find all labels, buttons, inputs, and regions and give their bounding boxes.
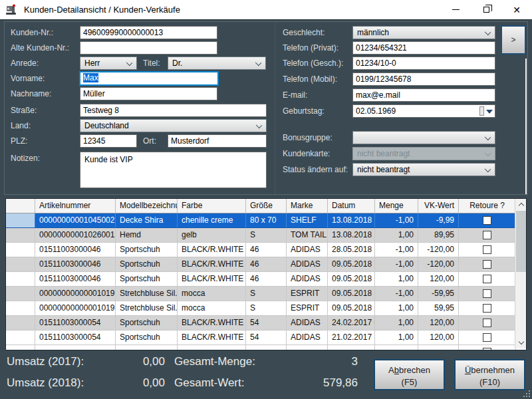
spinner-grip-icon[interactable] <box>479 106 484 116</box>
vertical-scrollbar[interactable] <box>515 199 526 348</box>
telefon-privat-label: Telefon (Privat): <box>283 43 338 53</box>
abbrechen-button[interactable]: Abbrechen (F5) <box>374 359 445 390</box>
calendar-dropdown-icon[interactable] <box>486 110 493 114</box>
row-selector-cell[interactable] <box>6 213 35 228</box>
cell-menge: -1,00 <box>375 213 418 228</box>
cell-retoure <box>459 301 516 316</box>
col-header-selector[interactable] <box>6 199 35 213</box>
titel-select[interactable]: Dr. <box>168 57 266 70</box>
retoure-checkbox[interactable] <box>483 319 491 327</box>
notizen-label: Notizen: <box>11 154 40 163</box>
cell-farbe: BLACK/R.WHITE <box>178 257 246 272</box>
chevron-down-icon <box>256 122 262 128</box>
col-header-modellbezeichnung[interactable]: Modellbezeichnun <box>116 199 178 213</box>
col-header-marke[interactable]: Marke <box>287 199 328 213</box>
cell-marke: ESPRIT <box>287 287 328 301</box>
table-row[interactable]: 01511003000046 Sportschuh BLACK/R.WHITE … <box>6 243 516 257</box>
row-selector-cell[interactable] <box>6 272 35 287</box>
table-row[interactable]: 00000000000001019 Stretchbluse Sil... mo… <box>6 301 516 316</box>
bonusgruppe-select[interactable] <box>352 131 495 144</box>
row-selector-cell[interactable] <box>6 301 35 316</box>
telefon-mobil-input[interactable] <box>352 72 495 86</box>
table-row[interactable]: 00000000001026001 Hemd gelb S TOM TAIL 1… <box>6 228 516 243</box>
table-row[interactable]: 01511003000054 Sportschuh BLACK/R.WHITE … <box>6 331 516 345</box>
row-selector-cell[interactable] <box>6 316 35 331</box>
geschlecht-select[interactable]: männlich <box>352 26 495 39</box>
cell-datum: 28.05.2018 1... <box>328 243 375 257</box>
cell-farbe: mocca <box>178 287 246 301</box>
row-selector-cell[interactable] <box>6 228 35 243</box>
table-row[interactable]: 01511003000046 Sportschuh BLACK/R.WHITE … <box>6 272 516 287</box>
notizen-textarea[interactable]: Kunde ist VIP <box>80 152 267 188</box>
row-selector-cell[interactable] <box>6 287 35 301</box>
strasse-input[interactable] <box>80 104 267 117</box>
cell-artikelnummer: 01511003000046 <box>35 257 116 272</box>
cell-modellbezeichnung: Sportschuh <box>116 272 178 287</box>
retoure-checkbox[interactable] <box>483 216 491 225</box>
cell-vk-wert: -120,00 <box>418 257 459 272</box>
col-header-artikelnummer[interactable]: Artikelnummer <box>35 199 116 213</box>
land-select[interactable]: Deutschland <box>80 119 267 132</box>
chevron-down-icon <box>485 150 491 156</box>
col-header-farbe[interactable]: Farbe <box>178 199 246 213</box>
cell-groesse: 46 <box>246 272 287 287</box>
cell-farbe: gelb <box>178 228 246 243</box>
scroll-up-icon[interactable] <box>515 199 527 210</box>
retoure-checkbox[interactable] <box>483 275 491 283</box>
telefon-privat-input[interactable] <box>352 41 495 55</box>
retoure-checkbox[interactable] <box>483 333 491 342</box>
telefon-gesch-input[interactable] <box>352 57 495 70</box>
cell-artikelnummer: 01511003000054 <box>35 316 116 331</box>
scroll-down-icon[interactable] <box>515 337 527 348</box>
retoure-checkbox[interactable] <box>483 231 491 239</box>
cell-groesse: 54 <box>246 316 287 331</box>
panel-separator <box>525 59 527 194</box>
table-row[interactable]: 01511003000054 Sportschuh BLACK/R.WHITE … <box>6 316 516 331</box>
vorname-label: Vorname: <box>11 74 45 83</box>
retoure-checkbox[interactable] <box>483 260 491 269</box>
email-input[interactable] <box>352 88 495 102</box>
table-row[interactable]: 01511003000046 Sportschuh BLACK/R.WHITE … <box>6 257 516 272</box>
col-header-menge[interactable]: Menge <box>375 199 418 213</box>
cell-marke: ADIDAS <box>287 243 328 257</box>
status-aendern-select[interactable]: nicht beantragt <box>352 163 495 176</box>
cell-menge: 1,00 <box>375 228 418 243</box>
row-selector-cell[interactable] <box>6 331 35 345</box>
col-header-retoure[interactable]: Retoure ? <box>459 199 516 213</box>
row-selector-cell[interactable] <box>6 257 35 272</box>
ort-input[interactable] <box>168 134 267 148</box>
plz-input[interactable] <box>80 134 137 148</box>
anrede-select[interactable]: Herr <box>80 57 137 70</box>
titel-label: Titel: <box>143 59 160 68</box>
nachname-input[interactable] <box>80 87 217 100</box>
col-header-groesse[interactable]: Größe <box>246 199 287 213</box>
geburtstag-datepicker[interactable]: 02.05.1969 <box>352 104 495 118</box>
retoure-checkbox[interactable] <box>483 348 491 351</box>
table-row[interactable]: 00000000001045002 Decke Shira chenille c… <box>6 213 516 228</box>
restore-button[interactable] <box>471 0 501 19</box>
row-selector-cell[interactable] <box>6 243 35 257</box>
minimize-button[interactable] <box>440 0 471 19</box>
table-row-partial[interactable] <box>6 345 516 350</box>
table-row[interactable]: 00000000000001019 Stretchbluse Sil... mo… <box>6 287 516 301</box>
alte-kunden-nr-input[interactable] <box>80 41 217 55</box>
uebernehmen-button[interactable]: Übernehmen (F10) <box>454 359 525 390</box>
cell-artikelnummer: 00000000001045002 <box>35 213 116 228</box>
cell-groesse: S <box>246 287 287 301</box>
retoure-checkbox[interactable] <box>483 245 491 254</box>
cell-farbe: BLACK/R.WHITE <box>178 243 246 257</box>
col-header-datum[interactable]: Datum <box>328 199 375 213</box>
col-header-vk-wert[interactable]: VK-Wert <box>418 199 459 213</box>
bonusgruppe-label: Bonusgruppe: <box>283 133 332 142</box>
kunden-nr-input[interactable] <box>80 26 217 39</box>
resize-grip[interactable] <box>523 390 530 397</box>
cell-vk-wert: 59,95 <box>418 301 459 316</box>
close-button[interactable]: ✕ <box>501 0 532 19</box>
scrollbar-thumb[interactable] <box>516 211 526 272</box>
minimize-icon <box>452 9 460 10</box>
retoure-checkbox[interactable] <box>483 304 491 313</box>
vorname-input[interactable]: Max <box>79 71 219 86</box>
retoure-checkbox[interactable] <box>483 289 491 298</box>
cell-groesse: S <box>246 301 287 316</box>
expand-panel-button[interactable]: > <box>501 25 526 55</box>
